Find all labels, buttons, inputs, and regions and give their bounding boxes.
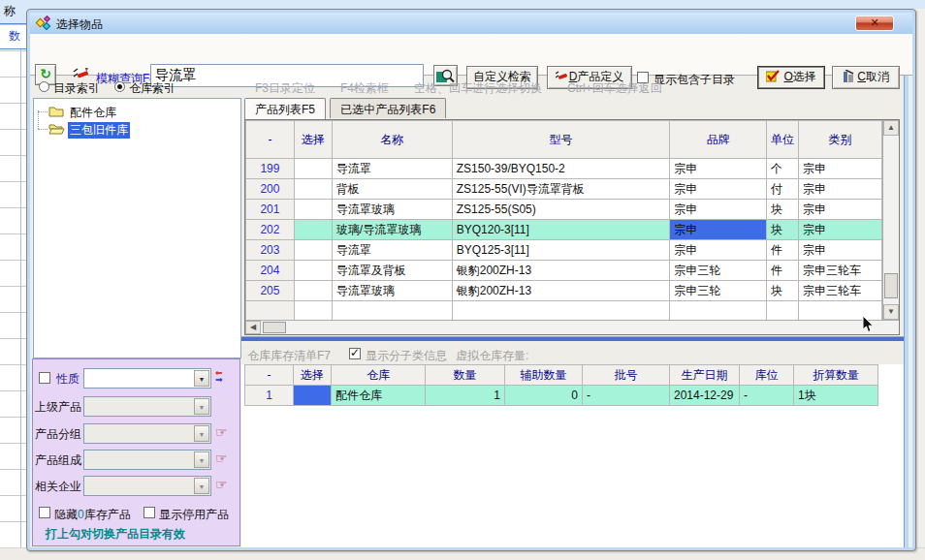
- cell[interactable]: 宗申: [670, 179, 767, 200]
- scrollbar-thumb[interactable]: [884, 273, 898, 298]
- molecule-info-checkbox[interactable]: [349, 348, 361, 359]
- cell[interactable]: 宗申: [670, 200, 767, 220]
- cell[interactable]: [294, 261, 332, 281]
- vertical-scrollbar[interactable]: ▲ ▼: [882, 120, 899, 320]
- product-group-combo[interactable]: ▼: [83, 423, 211, 444]
- table-row[interactable]: 204导流罩及背板银豹200ZH-13宗申三轮件宗申三轮车: [246, 261, 882, 281]
- swap-icon[interactable]: ⇐⇒: [215, 370, 231, 384]
- scrollbar-thumb[interactable]: [263, 322, 286, 333]
- column-header[interactable]: 型号: [452, 121, 670, 159]
- scroll-left-icon[interactable]: ◀: [245, 321, 261, 334]
- chevron-down-icon[interactable]: ▼: [194, 451, 209, 468]
- parent-product-combo[interactable]: ▼: [83, 396, 211, 417]
- cell[interactable]: 配件仓库: [332, 386, 426, 406]
- cell[interactable]: [294, 179, 332, 200]
- tree-item-label[interactable]: 配件仓库: [68, 105, 118, 121]
- cell[interactable]: 块: [767, 220, 799, 240]
- cell[interactable]: 宗申: [670, 220, 767, 240]
- cell[interactable]: 宗申三轮车: [799, 281, 882, 301]
- cell[interactable]: [294, 200, 332, 220]
- cell[interactable]: 201: [246, 200, 295, 220]
- cell[interactable]: 宗申三轮: [670, 261, 767, 281]
- cell[interactable]: 宗申: [799, 240, 882, 261]
- column-header[interactable]: -: [245, 365, 294, 386]
- cell[interactable]: 1: [245, 386, 294, 406]
- chevron-down-icon[interactable]: ▼: [194, 425, 209, 442]
- chevron-down-icon[interactable]: ▼: [194, 398, 209, 415]
- cell[interactable]: [294, 220, 332, 240]
- column-header[interactable]: 选择: [294, 121, 332, 159]
- table-row[interactable]: 203导流罩BYQ125-3[11]宗申件宗申: [246, 240, 882, 261]
- cell[interactable]: 玻璃/导流罩玻璃: [332, 220, 452, 240]
- scroll-up-icon[interactable]: ▲: [883, 120, 899, 136]
- cell[interactable]: 宗申: [799, 200, 882, 220]
- column-header[interactable]: 名称: [332, 121, 452, 159]
- close-button[interactable]: ✕: [855, 16, 894, 31]
- cell[interactable]: ZS150-39/BYQ150-2: [452, 159, 670, 179]
- column-header[interactable]: 折算数量: [794, 365, 878, 386]
- cell[interactable]: 199: [246, 159, 295, 179]
- cell[interactable]: 个: [767, 159, 799, 179]
- cell[interactable]: 宗申: [799, 179, 882, 200]
- column-header[interactable]: 品牌: [670, 121, 767, 159]
- cell[interactable]: 1块: [794, 386, 878, 406]
- column-header[interactable]: 选择: [294, 365, 332, 386]
- tab-product-list[interactable]: 产品列表F5: [244, 98, 326, 119]
- cell[interactable]: [294, 386, 332, 406]
- cell[interactable]: 204: [246, 261, 295, 281]
- table-row[interactable]: 1配件仓库10-2014-12-29-1块: [245, 386, 878, 406]
- tab-selected-products[interactable]: 已选中产品列表F6: [330, 98, 446, 118]
- cell[interactable]: [294, 281, 332, 301]
- cell[interactable]: 200: [246, 179, 295, 200]
- scroll-down-icon[interactable]: ▼: [883, 304, 899, 320]
- show-disabled-checkbox[interactable]: [144, 507, 155, 518]
- nature-checkbox[interactable]: [39, 372, 50, 384]
- table-row[interactable]: 201导流罩玻璃ZS125-55(S05)宗申块宗申: [246, 200, 882, 220]
- cell[interactable]: 件: [767, 240, 799, 261]
- table-row[interactable]: 200背板ZS125-55(VI)导流罩背板宗申付宗申: [246, 179, 882, 200]
- cell[interactable]: 宗申: [799, 220, 882, 240]
- column-header[interactable]: 辅助数量: [505, 365, 583, 386]
- cell[interactable]: 件: [767, 261, 799, 281]
- chevron-down-icon[interactable]: ▼: [194, 370, 209, 387]
- cell[interactable]: -: [583, 386, 670, 406]
- table-row[interactable]: 205导流罩玻璃银豹200ZH-13宗申三轮块宗申三轮车: [246, 281, 882, 301]
- cell[interactable]: 导流罩玻璃: [332, 200, 452, 220]
- cell[interactable]: 块: [767, 200, 799, 220]
- column-header[interactable]: 生产日期: [670, 365, 740, 386]
- cell[interactable]: 205: [246, 281, 295, 301]
- tree-item-warehouse[interactable]: 配件仓库: [34, 103, 240, 120]
- cell[interactable]: 203: [246, 240, 295, 261]
- cell[interactable]: 202: [246, 220, 295, 240]
- cell[interactable]: 2014-12-29: [670, 386, 740, 406]
- titlebar[interactable]: 选择物品 ✕: [30, 13, 912, 34]
- tree-item-label-selected[interactable]: 三包旧件库: [68, 122, 130, 139]
- cell[interactable]: 导流罩: [332, 159, 452, 179]
- nature-combo[interactable]: ▼: [83, 368, 211, 389]
- cell[interactable]: 宗申: [670, 159, 767, 179]
- column-header[interactable]: 单位: [767, 121, 799, 159]
- cell[interactable]: 背板: [332, 179, 452, 200]
- cell[interactable]: 块: [767, 281, 799, 301]
- table-row[interactable]: 202玻璃/导流罩玻璃BYQ120-3[11]宗申块宗申: [246, 220, 882, 240]
- tree-item-warehouse[interactable]: 三包旧件库: [34, 120, 240, 138]
- cell[interactable]: 0: [505, 386, 583, 406]
- cell[interactable]: BYQ125-3[11]: [452, 240, 670, 261]
- related-company-combo[interactable]: ▼: [83, 476, 211, 496]
- pointing-hand-icon[interactable]: ☞: [215, 451, 228, 466]
- column-header[interactable]: 类别: [799, 121, 882, 159]
- cell[interactable]: 导流罩及背板: [332, 261, 452, 281]
- column-header[interactable]: 批号: [583, 365, 670, 386]
- column-header[interactable]: 库位: [740, 365, 794, 386]
- cell[interactable]: BYQ120-3[11]: [452, 220, 670, 240]
- cell[interactable]: ZS125-55(VI)导流罩背板: [452, 179, 670, 200]
- cell[interactable]: 宗申: [799, 159, 882, 179]
- warehouse-index-radio[interactable]: [114, 81, 125, 92]
- cell[interactable]: ZS125-55(S05): [452, 200, 670, 220]
- cell[interactable]: -: [740, 386, 794, 406]
- cell[interactable]: [294, 240, 332, 261]
- product-compose-combo[interactable]: ▼: [83, 450, 211, 470]
- horizontal-scrollbar[interactable]: ◀: [245, 320, 899, 334]
- cell[interactable]: 宗申三轮车: [799, 261, 882, 281]
- cell[interactable]: 银豹200ZH-13: [452, 261, 670, 281]
